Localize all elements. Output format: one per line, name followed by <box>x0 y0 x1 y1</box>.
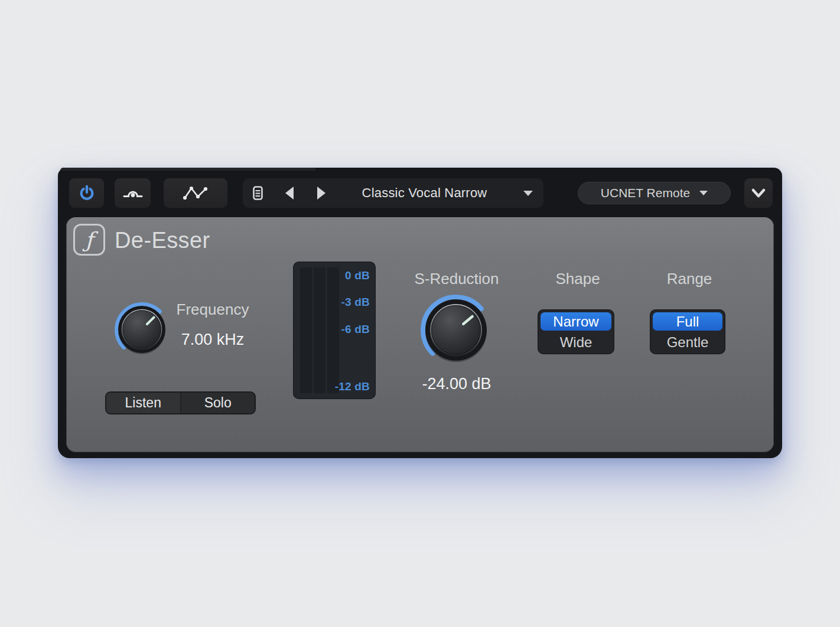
s-reduction-label: S-Reduction <box>398 270 516 288</box>
remote-label: UCNET Remote <box>601 186 690 200</box>
meter-bar <box>314 267 325 393</box>
window-top-strip <box>60 168 315 171</box>
s-reduction-knob-graphic <box>418 292 494 368</box>
shape-label: Shape <box>519 270 637 288</box>
meter-tick-0db: 0 dB <box>345 269 370 282</box>
power-icon <box>79 185 95 201</box>
shape-toggle: Narrow Wide <box>538 309 614 354</box>
range-option-full[interactable]: Full <box>653 312 722 331</box>
bypass-power-button[interactable] <box>69 178 104 208</box>
shape-option-narrow[interactable]: Narrow <box>541 312 611 331</box>
monitor-buttons: Listen Solo <box>105 391 256 414</box>
brand-logo-glyph: ƒ <box>85 228 93 252</box>
plugin-window: Classic Vocal Narrow UCNET Remote ƒ De-E… <box>58 168 782 458</box>
preset-bar: Classic Vocal Narrow <box>243 178 543 208</box>
meter-tick-6db: -6 dB <box>341 323 370 336</box>
plugin-title: De-Esser <box>115 226 210 255</box>
solo-button[interactable]: Solo <box>180 393 255 413</box>
shape-option-wide[interactable]: Wide <box>541 333 611 351</box>
s-reduction-knob[interactable] <box>418 292 494 368</box>
listen-button[interactable]: Listen <box>106 393 180 413</box>
meter-bar <box>327 267 339 393</box>
bell-curve-icon <box>122 186 144 200</box>
preset-name[interactable]: Classic Vocal Narrow <box>325 185 523 201</box>
s-reduction-value[interactable]: -24.00 dB <box>398 375 516 393</box>
collapse-button[interactable] <box>744 178 773 208</box>
meter-bars <box>300 267 339 393</box>
meter-tick-3db: -3 dB <box>341 296 370 309</box>
preset-dropdown-icon[interactable] <box>523 191 533 196</box>
range-label: Range <box>630 270 748 288</box>
meter-bar <box>300 267 312 393</box>
chevron-down-icon <box>751 187 766 200</box>
preset-list-icon[interactable] <box>252 185 264 201</box>
brand-logo-icon: ƒ <box>73 224 105 256</box>
remote-dropdown-icon <box>699 191 708 195</box>
curve-edit-button[interactable] <box>164 178 227 208</box>
next-preset-icon[interactable] <box>317 187 325 200</box>
frequency-value[interactable]: 7.00 kHz <box>154 331 272 349</box>
prev-preset-icon[interactable] <box>285 187 294 200</box>
frequency-label: Frequency <box>154 301 272 319</box>
remote-selector[interactable]: UCNET Remote <box>578 182 731 204</box>
reduction-meter: 0 dB -3 dB -6 dB -12 dB <box>293 262 376 399</box>
range-option-gentle[interactable]: Gentle <box>653 333 722 351</box>
node-curve-icon <box>182 185 209 201</box>
sidechain-listen-button[interactable] <box>115 178 151 208</box>
meter-tick-12db: -12 dB <box>335 380 370 393</box>
plugin-panel: ƒ De-Esser Frequency 7.00 kHz Liste <box>66 217 774 452</box>
range-toggle: Full Gentle <box>650 309 725 354</box>
desktop-background: Classic Vocal Narrow UCNET Remote ƒ De-E… <box>0 0 840 627</box>
